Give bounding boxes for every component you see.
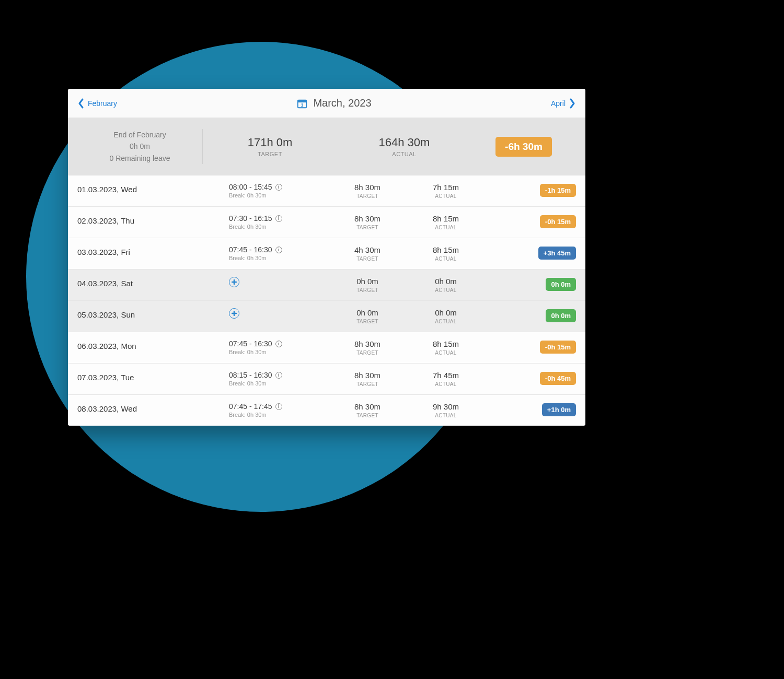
day-actual: 8h 15mACTUAL (407, 214, 485, 230)
day-delta-badge: -1h 15m (540, 184, 576, 197)
day-delta: -0h 15m (485, 340, 576, 354)
day-time-cell: 08:15 - 16:30iBreak: 0h 30m (229, 371, 328, 387)
time-range-line: 08:15 - 16:30i (229, 371, 328, 379)
day-time-cell: 07:45 - 16:30iBreak: 0h 30m (229, 340, 328, 355)
summary-target: 171h 0m TARGET (203, 136, 337, 157)
day-date: 02.03.2023, Thu (77, 214, 229, 225)
month-title-text: March, 2023 (313, 97, 371, 109)
day-row[interactable]: 05.03.2023, Sun0h 0mTARGET0h 0mACTUAL0h … (68, 301, 585, 332)
day-actual-value: 9h 30m (407, 402, 485, 411)
carryover-line1: End of February (77, 129, 202, 141)
add-entry-button[interactable] (229, 308, 239, 319)
day-target: 8h 30mTARGET (328, 183, 407, 199)
day-target-value: 8h 30m (328, 214, 407, 223)
summary-target-value: 171h 0m (203, 136, 337, 149)
break-duration: Break: 0h 30m (229, 412, 328, 418)
day-actual-label: ACTUAL (407, 256, 485, 262)
info-icon[interactable]: i (275, 403, 282, 410)
time-range-line: 07:45 - 17:45i (229, 402, 328, 411)
current-month-title[interactable]: 1 March, 2023 (296, 97, 371, 109)
plus-icon (232, 279, 237, 285)
day-actual-value: 8h 15m (407, 245, 485, 254)
time-range-line: 08:00 - 15:45i (229, 183, 328, 191)
day-date: 05.03.2023, Sun (77, 308, 229, 319)
add-entry-button[interactable] (229, 277, 239, 287)
day-delta-badge: +1h 0m (542, 403, 576, 416)
day-target-value: 8h 30m (328, 402, 407, 411)
info-icon[interactable]: i (275, 184, 282, 191)
timesheet-panel: February 1 March, 2023 April End of Febr… (68, 89, 585, 426)
info-icon[interactable]: i (275, 247, 282, 253)
day-actual: 7h 15mACTUAL (407, 183, 485, 199)
day-target-label: TARGET (328, 413, 407, 418)
day-target-label: TARGET (328, 193, 407, 199)
svg-text:1: 1 (301, 102, 304, 107)
next-month-label: April (551, 99, 566, 108)
time-range-line: 07:45 - 16:30i (229, 245, 328, 254)
day-actual: 9h 30mACTUAL (407, 402, 485, 418)
svg-rect-1 (298, 100, 307, 102)
day-delta: +3h 45m (485, 245, 576, 260)
day-delta: -0h 15m (485, 214, 576, 228)
day-time-cell (229, 308, 328, 319)
day-target-value: 4h 30m (328, 245, 407, 254)
day-row[interactable]: 06.03.2023, Mon07:45 - 16:30iBreak: 0h 3… (68, 332, 585, 364)
day-target-value: 8h 30m (328, 183, 407, 192)
day-target-label: TARGET (328, 225, 407, 230)
day-date: 01.03.2023, Wed (77, 183, 229, 194)
day-actual-value: 7h 45m (407, 371, 485, 380)
day-row[interactable]: 03.03.2023, Fri07:45 - 16:30iBreak: 0h 3… (68, 238, 585, 270)
break-duration: Break: 0h 30m (229, 349, 328, 355)
break-duration: Break: 0h 30m (229, 224, 328, 230)
day-target-value: 0h 0m (328, 277, 407, 286)
day-row[interactable]: 02.03.2023, Thu07:30 - 16:15iBreak: 0h 3… (68, 207, 585, 238)
day-row[interactable]: 08.03.2023, Wed07:45 - 17:45iBreak: 0h 3… (68, 395, 585, 426)
summary-actual: 164h 30m ACTUAL (337, 136, 471, 157)
day-actual-value: 7h 15m (407, 183, 485, 192)
info-icon[interactable]: i (275, 372, 282, 379)
day-target: 8h 30mTARGET (328, 340, 407, 356)
day-target-label: TARGET (328, 319, 407, 324)
day-row[interactable]: 04.03.2023, Sat0h 0mTARGET0h 0mACTUAL0h … (68, 270, 585, 301)
day-actual-label: ACTUAL (407, 413, 485, 418)
day-date: 04.03.2023, Sat (77, 277, 229, 288)
summary-actual-value: 164h 30m (337, 136, 471, 149)
day-date: 08.03.2023, Wed (77, 402, 229, 413)
info-icon[interactable]: i (275, 215, 282, 222)
break-duration: Break: 0h 30m (229, 255, 328, 261)
day-delta: 0h 0m (485, 277, 576, 291)
day-target: 4h 30mTARGET (328, 245, 407, 262)
day-actual: 8h 15mACTUAL (407, 340, 485, 356)
day-target-label: TARGET (328, 381, 407, 387)
day-time-cell (229, 277, 328, 287)
day-target-label: TARGET (328, 350, 407, 356)
day-row[interactable]: 07.03.2023, Tue08:15 - 16:30iBreak: 0h 3… (68, 364, 585, 395)
day-date: 03.03.2023, Fri (77, 245, 229, 256)
next-month-button[interactable]: April (551, 98, 576, 109)
summary-delta-badge: -6h 30m (495, 137, 552, 157)
day-target-value: 8h 30m (328, 340, 407, 348)
day-actual-label: ACTUAL (407, 225, 485, 230)
day-actual-value: 8h 15m (407, 340, 485, 348)
day-target: 8h 30mTARGET (328, 214, 407, 230)
day-time-cell: 07:45 - 16:30iBreak: 0h 30m (229, 245, 328, 261)
prev-month-button[interactable]: February (77, 98, 117, 109)
time-range: 07:45 - 16:30 (229, 245, 272, 254)
day-target-label: TARGET (328, 256, 407, 262)
time-range: 07:45 - 17:45 (229, 402, 272, 411)
chevron-right-icon (569, 98, 576, 109)
summary-delta: -6h 30m (471, 137, 576, 157)
day-actual-label: ACTUAL (407, 381, 485, 387)
day-date: 07.03.2023, Tue (77, 371, 229, 382)
day-delta: -0h 45m (485, 371, 576, 385)
day-row[interactable]: 01.03.2023, Wed08:00 - 15:45iBreak: 0h 3… (68, 175, 585, 207)
time-range: 08:00 - 15:45 (229, 183, 272, 191)
time-range-line: 07:30 - 16:15i (229, 214, 328, 223)
day-actual-label: ACTUAL (407, 193, 485, 199)
day-actual-label: ACTUAL (407, 287, 485, 293)
day-time-cell: 08:00 - 15:45iBreak: 0h 30m (229, 183, 328, 198)
day-actual: 0h 0mACTUAL (407, 277, 485, 293)
info-icon[interactable]: i (275, 341, 282, 347)
day-target: 8h 30mTARGET (328, 371, 407, 387)
day-target-value: 8h 30m (328, 371, 407, 380)
